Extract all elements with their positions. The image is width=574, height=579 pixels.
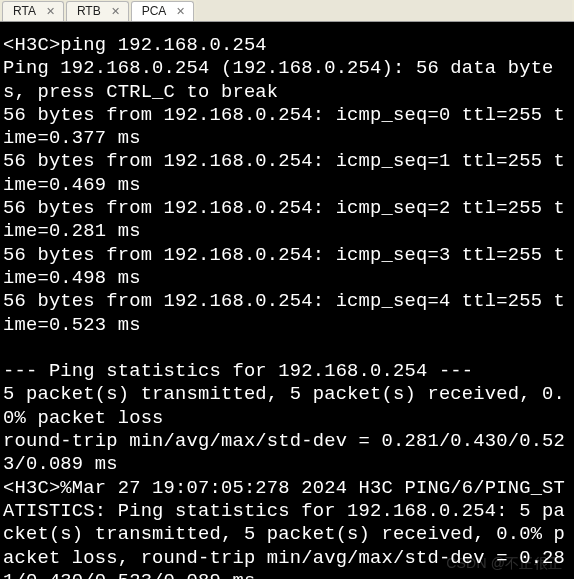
terminal-output[interactable]: <H3C>ping 192.168.0.254 Ping 192.168.0.2…	[0, 22, 574, 579]
stats-header: --- Ping statistics for 192.168.0.254 --…	[3, 360, 473, 382]
log-line: <H3C>%Mar 27 19:07:05:278 2024 H3C PING/…	[3, 477, 565, 579]
ping-reply: 56 bytes from 192.168.0.254: icmp_seq=2 …	[3, 197, 565, 242]
ping-header: Ping 192.168.0.254 (192.168.0.254): 56 d…	[3, 57, 554, 102]
stats-line: round-trip min/avg/max/std-dev = 0.281/0…	[3, 430, 565, 475]
tab-rtb[interactable]: RTB ✕	[66, 1, 129, 21]
tab-label: RTB	[77, 4, 101, 18]
command-text: ping 192.168.0.254	[60, 34, 266, 56]
tab-label: RTA	[13, 4, 36, 18]
tabbar-spacer	[196, 0, 572, 21]
ping-reply: 56 bytes from 192.168.0.254: icmp_seq=3 …	[3, 244, 565, 289]
ping-reply: 56 bytes from 192.168.0.254: icmp_seq=4 …	[3, 290, 565, 335]
ping-reply: 56 bytes from 192.168.0.254: icmp_seq=0 …	[3, 104, 565, 149]
tab-rta[interactable]: RTA ✕	[2, 1, 64, 21]
tab-pca[interactable]: PCA ✕	[131, 1, 195, 21]
stats-line: 5 packet(s) transmitted, 5 packet(s) rec…	[3, 383, 565, 428]
prompt: <H3C>	[3, 34, 60, 56]
close-icon[interactable]: ✕	[174, 6, 187, 17]
ping-reply: 56 bytes from 192.168.0.254: icmp_seq=1 …	[3, 150, 565, 195]
close-icon[interactable]: ✕	[109, 6, 122, 17]
tab-bar: RTA ✕ RTB ✕ PCA ✕	[0, 0, 574, 22]
close-icon[interactable]: ✕	[44, 6, 57, 17]
tab-label: PCA	[142, 4, 167, 18]
